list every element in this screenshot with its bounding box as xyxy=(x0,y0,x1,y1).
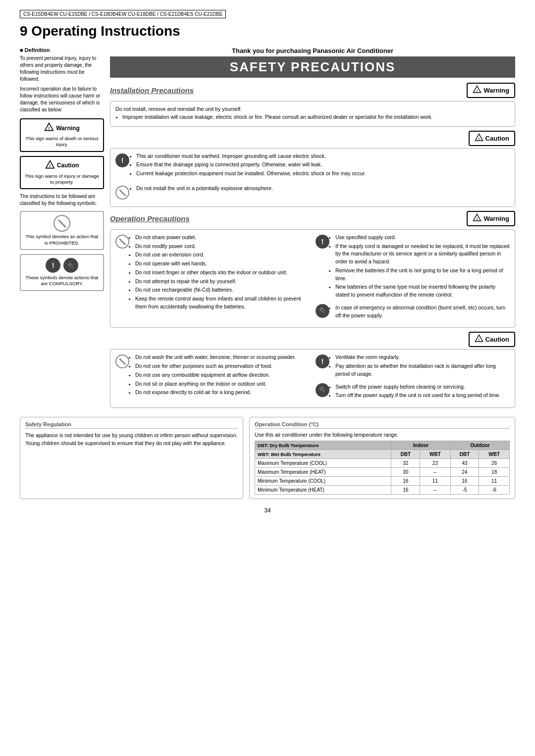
cond-row-outdoor-dbt-2: 16 xyxy=(450,477,479,486)
op-caut-right-plug1: Switch off the power supply before clean… xyxy=(335,383,500,391)
compulsory-icon-op-caution: ! xyxy=(316,354,329,368)
cond-row-outdoor-dbt-0: 43 xyxy=(450,459,479,468)
cond-row-indoor-dbt-1: 30 xyxy=(391,468,420,477)
caution-desc-sidebar: This sign warns of injury or damage to p… xyxy=(25,173,99,186)
compulsory-plug-icon: 🔌 xyxy=(63,258,78,273)
warning-label-op: Warning xyxy=(483,215,509,222)
installation-section-title: Installation Precautions xyxy=(110,86,194,95)
plug-icon-op-caution: 🔌 xyxy=(316,383,329,397)
installation-warning-badge: ! Warning xyxy=(467,83,515,98)
cond-outdoor-header: Outdoor xyxy=(450,441,509,450)
warning-triangle-icon-op: ! xyxy=(473,213,482,224)
cond-dbt-label: DBT: Dry Bulb Temperature xyxy=(255,441,391,450)
op-condition-intro: Use this air conditioner under the follo… xyxy=(255,432,510,438)
prohibited-icon-op-caution xyxy=(115,354,129,368)
safety-reg-box: Safety Regulation The appliance is not i… xyxy=(20,417,243,499)
safety-title-box: SAFETY PRECAUTIONS xyxy=(110,56,515,78)
op-warn-left4: Do not operate with wet hands. xyxy=(135,260,310,268)
compulsory-icon-op-right: ! xyxy=(316,235,329,249)
install-line1: Do not install, remove and reinstall the… xyxy=(115,105,510,113)
cond-outdoor-dbt: DBT xyxy=(450,450,479,459)
op-warn-left2: Do not modify power cord. xyxy=(135,243,310,251)
op-caut-right-comp1: Ventilate the room regularly. xyxy=(335,353,510,361)
sidebar: ■ Definition To prevent personal injury,… xyxy=(20,47,104,412)
cond-row-outdoor-wbt-2: 11 xyxy=(479,477,510,486)
warning-desc-sidebar: This sign warns of death or serious inju… xyxy=(25,136,99,148)
prohibited-desc: This symbol denotes an action that is PR… xyxy=(25,234,99,246)
prohibited-icon-caution xyxy=(115,186,129,200)
cond-row-indoor-wbt-2: 11 xyxy=(420,477,451,486)
caution-label-sidebar: Caution xyxy=(57,162,79,169)
definition-title: ■ Definition xyxy=(20,47,104,53)
warning-triangle-icon-sidebar: ! xyxy=(44,122,54,134)
warning-label-install: Warning xyxy=(483,87,509,94)
prohibited-circle-icon xyxy=(54,215,70,232)
install-caution2: Ensure that the drainage piping is conne… xyxy=(136,161,366,169)
classify-text: The instructions to be followed are clas… xyxy=(20,193,104,207)
cond-row-outdoor-wbt-1: 18 xyxy=(479,468,510,477)
op-caut-left2: Do not use for other purposes such as pr… xyxy=(135,362,296,370)
op-condition-title: Operation Condition (°C) xyxy=(255,421,510,429)
op-warn-left6: Do not attempt to repair the unit by you… xyxy=(135,278,310,286)
condition-row-3: Minimum Temperature (HEAT) 16 – -5 -6 xyxy=(255,486,510,495)
op-warn-left5: Do not insert finger or other objects in… xyxy=(135,269,310,277)
svg-text:!: ! xyxy=(478,136,480,141)
compulsory-exclamation-icon: ! xyxy=(46,258,60,273)
cond-row-label-1: Maximum Temperature (HEAT) xyxy=(255,468,391,477)
caution-triangle-icon-op: ! xyxy=(475,334,483,345)
op-warn-left1: Do not share power outlet. xyxy=(135,234,310,242)
install-caution4: Do not install the unit in a potentially… xyxy=(136,185,273,193)
op-warn-emergency: In case of emergency or abnormal conditi… xyxy=(335,304,510,320)
definition-text2: Incorrect operation due to failure to fo… xyxy=(20,86,104,113)
svg-text:!: ! xyxy=(477,89,478,93)
cond-row-outdoor-dbt-1: 24 xyxy=(450,468,479,477)
op-caution-badge: ! Caution xyxy=(469,332,515,347)
cond-wbt-label: WBT: Wet Bulb Temperature xyxy=(255,450,391,459)
safety-reg-text: The appliance is not intended for use by… xyxy=(25,432,238,448)
cond-outdoor-wbt: WBT xyxy=(479,450,510,459)
cond-indoor-header: Indoor xyxy=(391,441,450,450)
condition-row-0: Maximum Temperature (COOL) 32 23 43 26 xyxy=(255,459,510,468)
prohibited-icon-op-left xyxy=(115,235,129,249)
cond-row-outdoor-wbt-0: 26 xyxy=(479,459,510,468)
op-warn-right3: Remove the batteries if the unit is not … xyxy=(335,267,510,283)
cond-row-outdoor-dbt-3: -5 xyxy=(450,486,479,495)
thank-you-text: Thank you for purchasing Panasonic Air C… xyxy=(110,47,515,54)
cond-row-indoor-dbt-2: 16 xyxy=(391,477,420,486)
cond-row-indoor-dbt-0: 32 xyxy=(391,459,420,468)
warning-triangle-icon-install: ! xyxy=(473,85,482,96)
cond-row-indoor-dbt-3: 16 xyxy=(391,486,420,495)
op-warn-right1: Use specified supply cord. xyxy=(335,234,510,242)
op-warn-left8: Keep the remote control away from infant… xyxy=(135,295,310,311)
op-caut-right-plug2: Turn off the power supply if the unit is… xyxy=(335,392,500,400)
op-condition-box: Operation Condition (°C) Use this air co… xyxy=(249,417,515,499)
caution-triangle-icon-install: ! xyxy=(475,133,483,144)
condition-row-2: Minimum Temperature (COOL) 16 11 16 11 xyxy=(255,477,510,486)
safety-reg-title: Safety Regulation xyxy=(25,421,238,429)
svg-text:!: ! xyxy=(49,126,50,131)
op-warn-left3: Do not use an extension cord. xyxy=(135,251,310,259)
plug-icon-op-right: 🔌 xyxy=(316,304,329,318)
op-warn-left7: Do not use rechargeable (Ni-Cd) batterie… xyxy=(135,286,310,294)
cond-row-label-2: Minimum Temperature (COOL) xyxy=(255,477,391,486)
op-caut-left5: Do not expose directly to cold air for a… xyxy=(135,389,296,397)
cond-row-indoor-wbt-3: – xyxy=(420,486,451,495)
compulsory-desc: These symbols denote actions that are CO… xyxy=(25,275,99,287)
install-bullet1: Improper installation will cause leakage… xyxy=(122,113,510,121)
page-title: 9 Operating Instructions xyxy=(20,23,515,39)
op-caut-left1: Do not wash the unit with water, benzene… xyxy=(135,353,296,361)
op-warn-right2: If the supply cord is damaged or needed … xyxy=(335,243,510,266)
operation-section-title: Operation Precautions xyxy=(110,214,190,223)
condition-row-1: Maximum Temperature (HEAT) 30 – 24 18 xyxy=(255,468,510,477)
caution-triangle-icon-sidebar: ! xyxy=(45,160,55,171)
cond-row-indoor-wbt-0: 23 xyxy=(420,459,451,468)
main-content: Thank you for purchasing Panasonic Air C… xyxy=(110,47,515,412)
svg-text:!: ! xyxy=(49,163,51,168)
definition-text1: To prevent personal injury, injury to ot… xyxy=(20,55,104,83)
cond-indoor-dbt: DBT xyxy=(391,450,420,459)
svg-text:!: ! xyxy=(477,216,478,221)
cond-row-indoor-wbt-1: – xyxy=(420,468,451,477)
cond-row-label-0: Maximum Temperature (COOL) xyxy=(255,459,391,468)
model-header: CS-E15DB4EW CU-E15DBE / CS-E18DB4EW CU-E… xyxy=(20,10,226,18)
cond-row-outdoor-wbt-3: -6 xyxy=(479,486,510,495)
